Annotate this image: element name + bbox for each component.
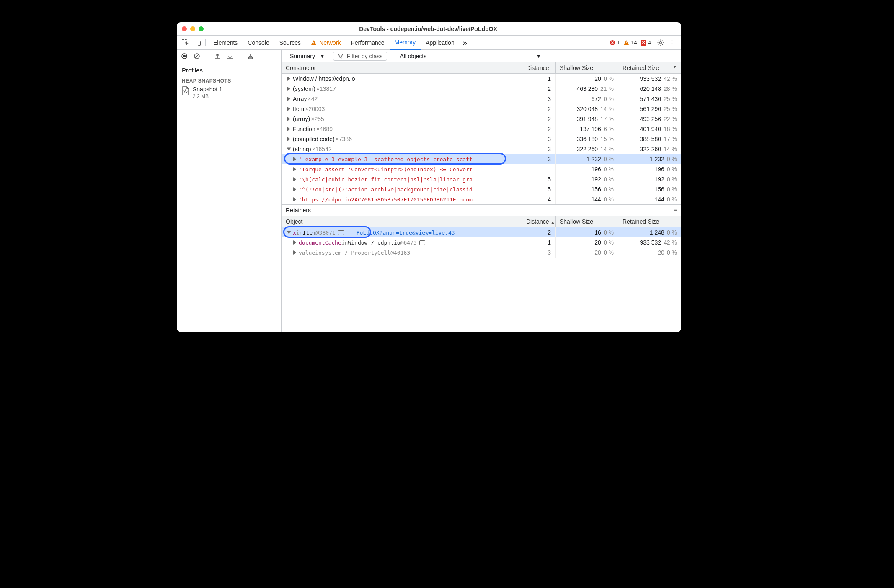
scope-dropdown[interactable]: All objects ▼ xyxy=(395,52,545,60)
broom-icon[interactable] xyxy=(247,53,254,59)
snapshot-item[interactable]: Snapshot 1 2.2 MB xyxy=(182,84,276,102)
tab-application[interactable]: Application xyxy=(421,36,460,50)
col-object[interactable]: Object xyxy=(282,216,522,227)
disclosure-closed-icon[interactable] xyxy=(293,167,296,171)
table-row[interactable]: (system) ×138172463 28021 %620 14828 % xyxy=(282,84,681,94)
disclosure-closed-icon[interactable] xyxy=(287,87,290,91)
tab-network[interactable]: Network xyxy=(306,36,346,50)
disclosure-closed-icon[interactable] xyxy=(293,157,296,161)
object-id: @6473 xyxy=(400,240,417,246)
traffic-lights xyxy=(182,26,204,31)
distance-cell: 2 xyxy=(522,114,556,124)
retainer-row[interactable]: x in Item @38071PoLdbOX?anon=true&view=l… xyxy=(282,227,681,237)
retainers-menu-icon[interactable]: ≡ xyxy=(674,207,677,214)
string-literal: " example 3 example 3: scattered objects… xyxy=(299,156,473,162)
disclosure-closed-icon[interactable] xyxy=(287,107,290,111)
col-shallow-size[interactable]: Shallow Size xyxy=(556,62,618,73)
load-icon[interactable] xyxy=(214,53,221,59)
minimize-icon[interactable] xyxy=(190,26,195,31)
source-link[interactable]: PoLdbOX?anon=true&view=live:43 xyxy=(357,230,455,236)
record-icon[interactable] xyxy=(181,53,188,59)
chevron-down-icon: ▼ xyxy=(320,54,325,59)
tab-elements[interactable]: Elements xyxy=(208,36,243,50)
table-row[interactable]: Item ×200032320 04814 %561 29625 % xyxy=(282,104,681,114)
warning-count[interactable]: 14 xyxy=(623,39,637,46)
disclosure-open-icon[interactable] xyxy=(287,148,291,151)
disclosure-closed-icon[interactable] xyxy=(293,250,296,255)
issue-count[interactable]: ✕ 4 xyxy=(641,39,651,46)
table-row[interactable]: "\b(calc|cubic-bezier|fit-content|hsl|hs… xyxy=(282,174,681,184)
inspect-element-icon[interactable] xyxy=(179,39,191,46)
col-shallow-size[interactable]: Shallow Size xyxy=(556,216,618,227)
table-row[interactable]: Function ×46892137 1966 %401 94018 % xyxy=(282,124,681,134)
col-constructor[interactable]: Constructor xyxy=(282,62,522,73)
col-distance[interactable]: Distance xyxy=(522,62,556,73)
disclosure-closed-icon[interactable] xyxy=(287,127,290,131)
retained-size-value: 156 xyxy=(655,186,664,193)
shallow-size-pct: 0 % xyxy=(604,156,614,162)
table-row[interactable]: "https://cdpn.io2AC766158D5B7507E170156E… xyxy=(282,194,681,204)
close-icon[interactable] xyxy=(182,26,187,31)
save-icon[interactable] xyxy=(227,53,233,59)
retainer-object: system / PropertyCell xyxy=(322,250,390,256)
disclosure-closed-icon[interactable] xyxy=(293,197,296,201)
clear-icon[interactable] xyxy=(194,53,200,59)
property-name: value xyxy=(299,250,315,256)
zoom-icon[interactable] xyxy=(199,26,204,31)
shallow-size-pct: 14 % xyxy=(600,146,614,152)
retained-size-pct: 25 % xyxy=(664,95,677,102)
shallow-size-value: 463 280 xyxy=(576,85,598,92)
panel-tabbar: Elements Console Sources Network Perform… xyxy=(177,36,681,50)
constructor-name: (system) xyxy=(293,85,315,92)
more-tabs-icon[interactable]: » xyxy=(460,36,470,50)
shallow-size-value: 336 180 xyxy=(576,136,598,142)
table-row[interactable]: (compiled code) ×73863336 18015 %388 580… xyxy=(282,134,681,144)
disclosure-closed-icon[interactable] xyxy=(287,117,290,121)
in-keyword: in xyxy=(315,250,322,256)
col-retained-size[interactable]: Retained Size xyxy=(618,216,681,227)
disclosure-open-icon[interactable] xyxy=(287,231,291,234)
shallow-size-value: 16 xyxy=(594,229,601,236)
tab-console[interactable]: Console xyxy=(243,36,274,50)
table-row[interactable]: (array) ×2552391 94817 %493 25622 % xyxy=(282,114,681,124)
svg-rect-7 xyxy=(626,44,627,44)
distance-cell: 3 xyxy=(522,248,556,258)
retainers-heading: Retainers ≡ xyxy=(282,204,681,216)
kebab-menu-icon[interactable]: ⋮ xyxy=(668,38,676,48)
distance-cell: 3 xyxy=(522,94,556,104)
settings-icon[interactable] xyxy=(657,39,664,46)
disclosure-closed-icon[interactable] xyxy=(293,240,296,245)
class-filter[interactable]: Filter by class xyxy=(333,52,388,61)
table-row[interactable]: (string) ×165423322 26014 %322 26014 % xyxy=(282,144,681,154)
table-row[interactable]: "Torque assert 'Convert<uintptr>(endInde… xyxy=(282,164,681,174)
chevron-down-icon: ▼ xyxy=(536,54,541,59)
distance-cell: 2 xyxy=(522,84,556,94)
retained-size-pct: 42 % xyxy=(664,75,677,82)
distance-cell: 3 xyxy=(522,134,556,144)
titlebar: DevTools - codepen.io/web-dot-dev/live/P… xyxy=(177,22,681,36)
retainer-row[interactable]: value in system / PropertyCell @40163320… xyxy=(282,248,681,258)
disclosure-closed-icon[interactable] xyxy=(287,137,290,141)
table-row[interactable]: " example 3 example 3: scattered objects… xyxy=(282,154,681,164)
retainer-row[interactable]: documentCache in Window / cdpn.io @64731… xyxy=(282,237,681,248)
col-distance[interactable]: Distance xyxy=(522,216,556,227)
shallow-size-pct: 0 % xyxy=(604,186,614,193)
retainer-object: Item xyxy=(302,230,315,236)
col-retained-size[interactable]: Retained Size xyxy=(618,62,681,73)
view-dropdown[interactable]: Summary ▼ xyxy=(286,52,329,60)
disclosure-closed-icon[interactable] xyxy=(287,97,290,101)
table-row[interactable]: Window / https://cdpn.io1200 %933 53242 … xyxy=(282,74,681,84)
retained-size-value: 493 256 xyxy=(640,116,661,122)
shallow-size-pct: 0 % xyxy=(604,249,614,256)
disclosure-closed-icon[interactable] xyxy=(293,187,296,191)
snapshot-name: Snapshot 1 xyxy=(193,86,222,93)
tab-sources[interactable]: Sources xyxy=(274,36,306,50)
error-count[interactable]: 1 xyxy=(610,39,620,46)
tab-performance[interactable]: Performance xyxy=(346,36,389,50)
table-row[interactable]: "^(?!on|src|(?:action|archive|background… xyxy=(282,184,681,194)
disclosure-closed-icon[interactable] xyxy=(293,177,296,181)
disclosure-closed-icon[interactable] xyxy=(287,77,290,81)
device-toolbar-icon[interactable] xyxy=(191,39,203,46)
table-row[interactable]: Array ×4236720 %571 43625 % xyxy=(282,94,681,104)
tab-memory[interactable]: Memory xyxy=(390,35,421,50)
